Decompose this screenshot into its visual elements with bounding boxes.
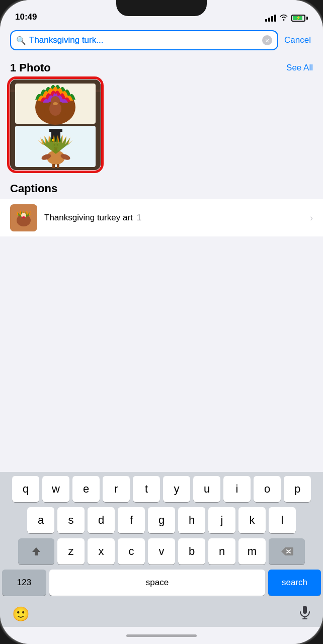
caption-thumbnail — [10, 204, 37, 231]
search-icon: 🔍 — [16, 36, 26, 45]
photos-count-title: 1 Photo — [10, 61, 51, 74]
chevron-right-icon: › — [310, 213, 313, 223]
key-i[interactable]: i — [223, 476, 251, 502]
battery-icon: ⚡ — [291, 15, 308, 22]
search-results-content: 1 Photo See All — [0, 55, 323, 472]
photos-section-header: 1 Photo See All — [10, 61, 313, 74]
svg-rect-8 — [52, 119, 54, 123]
photo-grid — [10, 79, 313, 170]
keyboard-bottom-row: 🙂 — [2, 601, 321, 627]
key-s[interactable]: s — [57, 507, 85, 533]
key-f[interactable]: f — [118, 507, 145, 533]
key-h[interactable]: h — [178, 507, 205, 533]
home-bar — [126, 634, 197, 637]
search-input[interactable]: Thanksgiving turk... — [29, 35, 259, 45]
cancel-button[interactable]: Cancel — [282, 35, 313, 45]
notch — [116, 0, 207, 16]
key-g[interactable]: g — [148, 507, 175, 533]
photos-section: 1 Photo See All — [0, 55, 323, 174]
home-indicator — [0, 627, 323, 644]
shift-key[interactable] — [18, 538, 54, 565]
key-x[interactable]: x — [88, 538, 115, 565]
emoji-key[interactable]: 🙂 — [12, 606, 30, 622]
captions-section: Captions Thanksgiving turkey a — [0, 178, 323, 236]
photo-thumbnail-wrapper[interactable] — [10, 79, 101, 170]
key-o[interactable]: o — [254, 476, 281, 502]
keyboard-row-4: 123 space search — [2, 570, 321, 596]
keyboard-row-1: q w e r t y u i o p — [2, 476, 321, 502]
status-icons: ⚡ — [265, 14, 308, 22]
wifi-icon — [279, 14, 288, 22]
svg-rect-28 — [303, 606, 307, 614]
key-y[interactable]: y — [163, 476, 190, 502]
svg-rect-9 — [57, 119, 59, 123]
key-p[interactable]: p — [284, 476, 311, 502]
svg-point-7 — [53, 102, 58, 105]
svg-rect-23 — [57, 164, 59, 168]
photo-thumbnail[interactable] — [10, 79, 101, 170]
key-b[interactable]: b — [178, 538, 205, 565]
signal-bars-icon — [265, 15, 276, 22]
key-w[interactable]: w — [42, 476, 69, 502]
svg-point-27 — [22, 216, 25, 218]
microphone-key[interactable] — [299, 605, 311, 622]
search-key[interactable]: search — [268, 570, 321, 596]
keyboard-row-2: a s d f g h j k l — [2, 507, 321, 533]
keyboard-row-3: z x c v b n m — [2, 538, 321, 565]
key-z[interactable]: z — [57, 538, 85, 565]
key-j[interactable]: j — [208, 507, 235, 533]
key-t[interactable]: t — [133, 476, 160, 502]
backspace-key[interactable] — [269, 538, 305, 565]
status-time: 10:49 — [15, 12, 37, 22]
key-e[interactable]: e — [72, 476, 100, 502]
key-m[interactable]: m — [238, 538, 266, 565]
search-input-container[interactable]: 🔍 Thanksgiving turk... — [10, 30, 278, 50]
key-d[interactable]: d — [88, 507, 115, 533]
phone-screen: 10:49 ⚡ — [0, 0, 323, 644]
key-q[interactable]: q — [12, 476, 39, 502]
search-area: 🔍 Thanksgiving turk... Cancel — [0, 25, 323, 55]
captions-title: Captions — [0, 178, 323, 199]
caption-count: 1 — [137, 213, 141, 223]
key-r[interactable]: r — [103, 476, 130, 502]
key-v[interactable]: v — [148, 538, 175, 565]
caption-label: Thanksgiving turkey art — [44, 213, 133, 223]
numbers-key[interactable]: 123 — [2, 570, 46, 596]
key-l[interactable]: l — [269, 507, 296, 533]
key-k[interactable]: k — [238, 507, 266, 533]
key-n[interactable]: n — [208, 538, 235, 565]
key-c[interactable]: c — [118, 538, 145, 565]
space-key[interactable]: space — [49, 570, 265, 596]
key-u[interactable]: u — [193, 476, 220, 502]
clear-search-button[interactable] — [262, 35, 272, 45]
phone-frame: 10:49 ⚡ — [0, 0, 323, 644]
key-a[interactable]: a — [27, 507, 54, 533]
search-bar: 🔍 Thanksgiving turk... Cancel — [10, 30, 313, 50]
svg-rect-22 — [52, 164, 55, 168]
caption-list-item[interactable]: Thanksgiving turkey art 1 › — [0, 199, 323, 236]
keyboard: q w e r t y u i o p a s d f g h j k — [0, 472, 323, 627]
caption-info: Thanksgiving turkey art 1 — [44, 213, 303, 223]
see-all-link[interactable]: See All — [286, 63, 313, 73]
svg-rect-11 — [49, 129, 62, 132]
